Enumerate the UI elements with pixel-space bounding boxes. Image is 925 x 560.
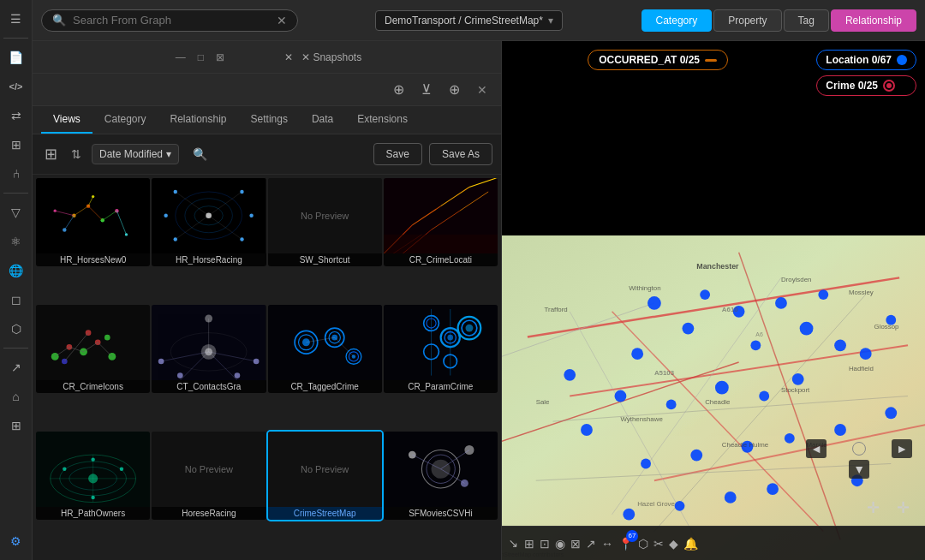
snapshot-cr-crimeloc[interactable]: CR_CrimeLocati [384,178,498,266]
globe-icon[interactable]: 🌐 [4,259,28,283]
svg-text:Sale: Sale [536,398,550,406]
svg-point-157 [564,369,576,381]
arrow-icon[interactable]: ↗ [586,537,596,551]
map-container: Withington Manchester Droylsden Mossley … [502,41,925,560]
svg-point-25 [174,190,177,194]
save-as-button[interactable]: Save As [429,143,492,165]
save-button[interactable]: Save [373,143,422,165]
code-icon[interactable]: </> [4,74,28,98]
location-label: Location 0/67 [826,54,892,66]
tab-extensions-panel[interactable]: Extensions [345,106,420,134]
cube-icon[interactable]: ◻ [4,288,28,312]
svg-point-134 [750,340,761,350]
grid2-icon[interactable]: ⊞ [4,414,28,438]
snapshot-crimestreetmap[interactable]: No Preview CrimeStreetMap [268,432,382,520]
svg-point-26 [241,190,244,194]
nav-down-icon[interactable]: ▼ [849,460,869,479]
snapshot-ct-contacts[interactable]: CT_ContactsGra [152,305,266,393]
tab-category-panel[interactable]: Category [92,106,158,134]
right-panel: OCCURRED_AT 0/25 Location 0/67 Crime 0/2… [502,41,925,560]
cut-icon[interactable]: ✂ [653,537,664,551]
snapshot-hr-horseracing[interactable]: HR_HorseRacing [152,178,266,266]
hex2-icon[interactable]: ⬡ [638,537,648,551]
no-preview-label: No Preview [301,464,349,474]
snapshot-name: SW_Shortcut [268,253,382,266]
table-icon[interactable]: ⊞ [4,133,28,157]
path-icon[interactable]: ↗ [4,355,28,379]
arrows-icon[interactable]: ⇄ [4,104,28,128]
svg-text:Stockport: Stockport [781,386,810,394]
filter-search-icon[interactable]: 🔍 [189,144,211,164]
pan-icon[interactable]: ✛ [867,498,880,517]
grid-view-button[interactable]: ⊞ [41,141,61,167]
minimize-button[interactable]: — [172,50,189,65]
file-icon[interactable]: 📄 [4,45,28,69]
search-input[interactable] [73,14,270,27]
sidebar-separator-1 [3,38,29,39]
nav-right-icon[interactable]: ► [892,439,912,458]
svg-point-101 [63,468,66,471]
search-box[interactable]: 🔍 ✕ [41,9,298,32]
maximize-button[interactable]: ⊠ [212,50,228,65]
occurred-badge[interactable]: OCCURRED_AT 0/25 [588,50,728,70]
tab-views[interactable]: Views [41,106,92,134]
tab-tag[interactable]: Tag [784,9,829,32]
hierarchy-icon[interactable]: ⑃ [4,162,28,186]
snap-download-icon[interactable]: ⊻ [416,79,437,100]
snapshot-cr-tagged[interactable]: CR_TaggedCrime [268,305,382,393]
snapshot-hr-horsesnew[interactable]: HR_HorsesNew0 [36,178,150,266]
export-icon[interactable]: ⊠ [570,537,581,551]
clear-search-button[interactable]: ✕ [277,14,287,27]
breadcrumb-selector[interactable]: DemoTransport / CrimeStreetMap* ▾ [375,10,563,31]
snapshot-thumb: No Preview [152,432,266,507]
restore-button[interactable]: □ [194,50,207,65]
svg-point-44 [80,348,87,355]
diamond-icon[interactable]: ◆ [669,537,678,551]
tab-property[interactable]: Property [713,9,781,32]
zoom-fit-icon[interactable]: ⊡ [540,537,550,551]
snapshot-name: CR_ParamCrime [384,380,498,393]
snapshot-cr-crimeicons[interactable]: CR_CrimeIcons [36,305,150,393]
tab-data-panel[interactable]: Data [300,106,345,134]
snapshot-thumb [384,305,498,380]
snapshot-cr-param[interactable]: CR_ParamCrime [384,305,498,393]
tab-relationship[interactable]: Relationship [831,9,916,32]
snapshot-sfmovies[interactable]: SFMoviesCSVHi [384,432,498,520]
crime-badge[interactable]: Crime 0/25 [816,75,916,96]
svg-text:Droylsden: Droylsden [781,276,811,283]
home-icon[interactable]: ⌂ [4,384,28,408]
snapshot-name: CR_TaggedCrime [268,380,382,393]
swap-icon[interactable]: ↔ [601,537,613,551]
snapshot-sw-shortcut[interactable]: No Preview SW_Shortcut [268,178,382,266]
svg-point-150 [785,433,795,444]
bell-icon[interactable]: 🔔 [683,537,698,551]
svg-point-10 [92,195,94,198]
svg-point-89 [447,335,453,341]
fit-icon[interactable]: ⊞ [524,537,534,551]
nav-center-icon[interactable] [852,442,866,456]
tab-relationship-panel[interactable]: Relationship [158,106,239,134]
location-badge[interactable]: Location 0/67 [816,50,916,70]
menu-icon[interactable]: ☰ [4,7,28,31]
alert-icon[interactable]: ⚙ [4,529,28,553]
snap-close-button[interactable]: ✕ [472,80,492,99]
tab-settings-panel[interactable]: Settings [239,106,300,134]
cluster-icon[interactable]: ⚛ [4,229,28,253]
snapshot-hr-pathowners[interactable]: HR_PathOwners [36,432,150,520]
tab-category[interactable]: Category [642,9,713,32]
sort-dropdown[interactable]: Date Modified ▾ [92,144,179,164]
snap-add-icon[interactable]: ⊕ [444,79,465,100]
svg-point-12 [125,233,128,235]
no-preview-label: No Preview [301,211,349,221]
prev-icon[interactable]: ↗ [507,539,521,549]
rotate-icon[interactable]: ✛ [897,498,910,517]
hex-icon[interactable]: ⬡ [4,317,28,341]
center-icon[interactable]: ◉ [555,537,565,551]
filter-icon[interactable]: ▽ [4,200,28,224]
sort-button[interactable]: ⇅ [68,144,85,164]
snapshot-horese-racing[interactable]: No Preview HoreseRacing [152,432,266,520]
sidebar-separator-2 [3,193,29,194]
snap-move-icon[interactable]: ⊕ [388,79,409,100]
nav-left-icon[interactable]: ◄ [806,439,827,458]
main-content: 🔍 ✕ DemoTransport / CrimeStreetMap* ▾ Ca… [33,0,925,560]
